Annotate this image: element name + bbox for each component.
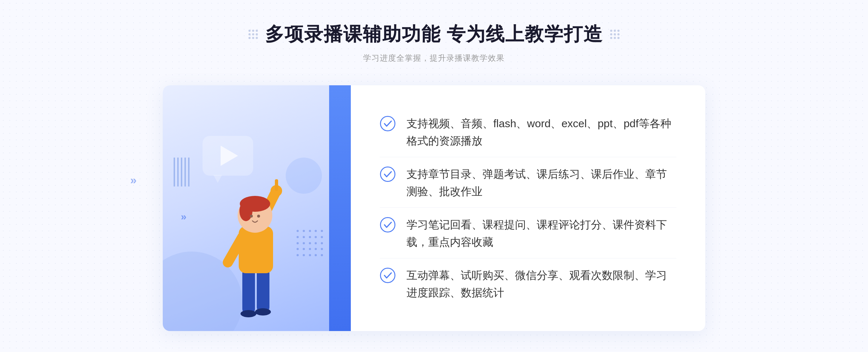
check-icon-3 — [380, 217, 396, 233]
svg-point-3 — [255, 308, 271, 315]
page-container: 多项录播课辅助功能 专为线上教学打造 学习进度全掌握，提升录播课教学效果 — [0, 0, 868, 352]
illustration-area: » — [163, 85, 351, 331]
svg-point-2 — [241, 310, 256, 317]
check-icon-4 — [380, 267, 396, 283]
left-dots-decoration — [248, 30, 258, 39]
feature-text-1: 支持视频、音频、flash、word、excel、ppt、pdf等各种格式的资源… — [407, 115, 676, 150]
main-title: 多项录播课辅助功能 专为线上教学打造 — [265, 22, 603, 47]
svg-rect-0 — [242, 270, 255, 313]
feature-item-4: 互动弹幕、试听购买、微信分享、观看次数限制、学习进度跟踪、数据统计 — [380, 259, 676, 309]
feature-item-3: 学习笔记回看、课程提问、课程评论打分、课件资料下载，重点内容收藏 — [380, 209, 676, 258]
blue-sidebar — [329, 85, 351, 331]
feature-item-1: 支持视频、音频、flash、word、excel、ppt、pdf等各种格式的资源… — [380, 108, 676, 157]
svg-point-12 — [250, 215, 253, 218]
check-icon-2 — [380, 166, 396, 182]
content-wrapper: » — [163, 85, 705, 331]
feature-item-2: 支持章节目录、弹题考试、课后练习、课后作业、章节测验、批改作业 — [380, 158, 676, 208]
svg-rect-8 — [275, 179, 278, 191]
header-section: 多项录播课辅助功能 专为线上教学打造 学习进度全掌握，提升录播课教学效果 — [248, 22, 620, 64]
svg-rect-1 — [257, 270, 269, 311]
feature-text-4: 互动弹幕、试听购买、微信分享、观看次数限制、学习进度跟踪、数据统计 — [407, 267, 676, 301]
feature-text-2: 支持章节目录、弹题考试、课后练习、课后作业、章节测验、批改作业 — [407, 166, 676, 200]
outer-chevrons: » — [130, 173, 137, 187]
grid-dots-right — [610, 30, 620, 39]
svg-point-16 — [380, 218, 395, 232]
svg-point-17 — [380, 268, 395, 283]
grid-dots-left — [248, 30, 258, 39]
right-dots-decoration — [610, 30, 620, 39]
svg-point-11 — [239, 201, 252, 221]
feature-text-3: 学习笔记回看、课程提问、课程评论打分、课件资料下载，重点内容收藏 — [407, 216, 676, 251]
person-figure — [199, 158, 315, 331]
svg-point-14 — [380, 116, 395, 131]
deco-stripes — [174, 158, 192, 186]
left-chevrons: » — [181, 211, 187, 223]
sub-title: 学习进度全掌握，提升录播课教学效果 — [248, 53, 620, 64]
header-title-row: 多项录播课辅助功能 专为线上教学打造 — [248, 22, 620, 47]
svg-point-15 — [380, 167, 395, 181]
svg-point-13 — [257, 215, 260, 218]
check-icon-1 — [380, 116, 396, 132]
features-area: 支持视频、音频、flash、word、excel、ppt、pdf等各种格式的资源… — [351, 85, 705, 331]
